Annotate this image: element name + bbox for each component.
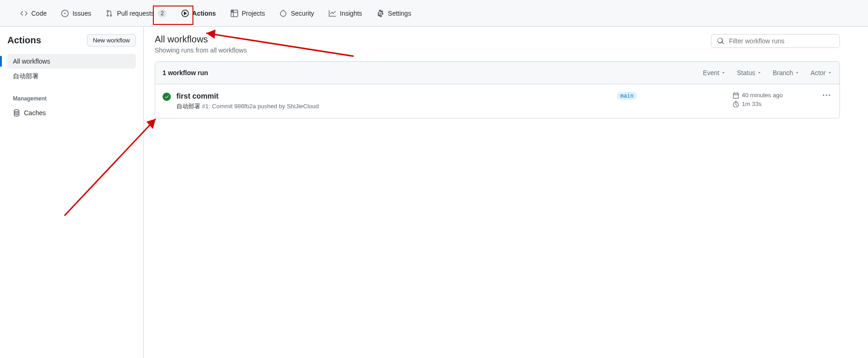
tab-code[interactable]: Code: [15, 6, 52, 21]
tab-code-label: Code: [31, 10, 47, 17]
pull-requests-counter: 2: [158, 9, 167, 18]
code-icon: [20, 10, 28, 17]
tab-security[interactable]: Security: [274, 6, 320, 21]
gear-icon: [377, 10, 384, 17]
filter-status-label: Status: [737, 69, 755, 76]
triangle-down-icon: [795, 70, 799, 75]
run-description: 自动部署 #1: Commit 986fb2a pushed by ShiJie…: [176, 102, 611, 111]
sidebar-title: Actions: [7, 35, 41, 46]
tab-pull-requests[interactable]: Pull requests 2: [100, 6, 172, 21]
tab-settings-label: Settings: [388, 10, 411, 17]
branch-pill[interactable]: main: [617, 92, 637, 100]
page-subtitle: Showing runs from all workflows: [155, 47, 247, 54]
run-menu-button[interactable]: [821, 92, 832, 99]
sidebar-item-label: Caches: [24, 109, 46, 117]
workflow-run-row[interactable]: first commit 自动部署 #1: Commit 986fb2a pus…: [155, 84, 839, 118]
triangle-down-icon: [721, 70, 726, 75]
sidebar-item-caches[interactable]: Caches: [7, 106, 136, 120]
sidebar-header: Actions New workflow: [7, 34, 136, 47]
filter-branch[interactable]: Branch: [773, 69, 799, 76]
tab-projects-label: Projects: [242, 10, 265, 17]
calendar-icon: [733, 92, 739, 99]
workflows-main: All workflows Showing runs from all work…: [144, 27, 851, 358]
tab-projects[interactable]: Projects: [225, 6, 271, 21]
filter-actor-label: Actor: [810, 69, 826, 76]
tab-issues-label: Issues: [72, 10, 91, 17]
sidebar-item-all-workflows[interactable]: All workflows: [7, 54, 136, 69]
filter-branch-label: Branch: [773, 69, 793, 76]
graph-icon: [329, 10, 336, 17]
page-title: All workflows: [155, 34, 247, 45]
table-icon: [231, 10, 238, 17]
sidebar-management-heading: Management: [7, 84, 136, 106]
run-main: first commit 自动部署 #1: Commit 986fb2a pus…: [176, 92, 611, 111]
actions-sidebar: Actions New workflow All workflows 自动部署 …: [0, 27, 144, 358]
workflow-runs-header: 1 workflow run Event Status: [155, 62, 839, 84]
filter-workflow-runs[interactable]: [711, 34, 840, 48]
repo-nav: Code Issues Pull requests 2 Actions Proj…: [0, 0, 868, 27]
run-title[interactable]: first commit: [176, 92, 611, 101]
database-icon: [13, 109, 20, 117]
tab-issues[interactable]: Issues: [56, 6, 96, 21]
stopwatch-icon: [733, 101, 739, 107]
filter-actor[interactable]: Actor: [810, 69, 832, 76]
play-icon: [181, 10, 189, 17]
workflow-runs-box: 1 workflow run Event Status: [155, 61, 840, 118]
tab-settings[interactable]: Settings: [371, 6, 417, 21]
issue-opened-icon: [61, 10, 69, 17]
run-time: 40 minutes ago: [742, 92, 783, 99]
tab-actions-label: Actions: [192, 10, 216, 17]
check-circle-fill-icon: [163, 93, 171, 101]
kebab-horizontal-icon: [823, 92, 830, 99]
filter-dropdowns: Event Status Branch: [703, 69, 832, 76]
new-workflow-button[interactable]: New workflow: [87, 34, 136, 47]
triangle-down-icon: [757, 70, 762, 75]
tab-actions[interactable]: Actions: [176, 6, 221, 21]
workflow-run-count: 1 workflow run: [163, 69, 208, 76]
shield-icon: [280, 10, 287, 17]
tab-insights-label: Insights: [340, 10, 362, 17]
tab-insights[interactable]: Insights: [323, 6, 367, 21]
filter-event[interactable]: Event: [703, 69, 726, 76]
filter-status[interactable]: Status: [737, 69, 762, 76]
sidebar-item-workflow-0[interactable]: 自动部署: [7, 69, 136, 84]
page: Actions New workflow All workflows 自动部署 …: [0, 27, 868, 358]
run-description-rest: #1: Commit 986fb2a pushed by ShiJieCloud: [200, 103, 319, 110]
new-workflow-label: New workflow: [93, 37, 130, 44]
sidebar-item-label: 自动部署: [13, 72, 39, 81]
main-header: All workflows Showing runs from all work…: [155, 34, 840, 54]
search-icon: [717, 37, 724, 45]
git-pull-request-icon: [106, 10, 113, 17]
search-input[interactable]: [728, 37, 834, 45]
run-meta: 40 minutes ago 1m 33s: [733, 92, 816, 107]
run-workflow-name: 自动部署: [176, 103, 200, 110]
run-duration: 1m 33s: [742, 100, 762, 107]
tab-pull-requests-label: Pull requests: [117, 10, 154, 17]
sidebar-item-label: All workflows: [13, 58, 50, 65]
tab-security-label: Security: [291, 10, 314, 17]
filter-event-label: Event: [703, 69, 719, 76]
run-branch: main: [617, 92, 727, 100]
triangle-down-icon: [827, 70, 832, 75]
